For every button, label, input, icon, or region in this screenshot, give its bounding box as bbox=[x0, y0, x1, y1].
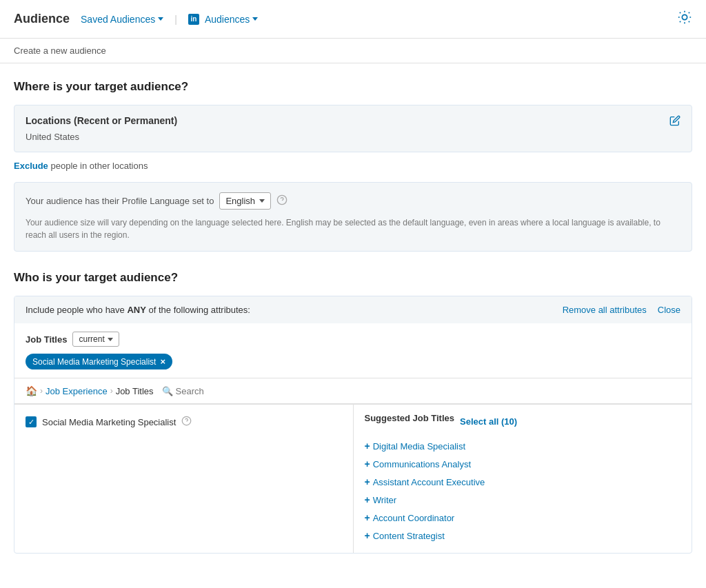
search-icon: 🔍 bbox=[162, 386, 173, 396]
breadcrumb-job-experience[interactable]: Job Experience bbox=[46, 386, 108, 396]
audience-card-header: Include people who have ANY of the follo… bbox=[14, 296, 692, 323]
list-item[interactable]: + Writer bbox=[365, 491, 681, 509]
who-section: Who is your target audience? Include peo… bbox=[14, 271, 692, 554]
list-item[interactable]: + Account Coordinator bbox=[365, 509, 681, 527]
suggested-title: Suggested Job Titles bbox=[365, 413, 455, 423]
include-bold: ANY bbox=[127, 305, 145, 315]
suggested-item-label-5: Account Coordinator bbox=[373, 513, 455, 523]
plus-icon-1: + bbox=[365, 440, 370, 452]
page-header: Audience Saved Audiences | in Audiences bbox=[0, 0, 706, 39]
plus-icon-4: + bbox=[365, 494, 370, 505]
job-titles-row: Job Titles current bbox=[26, 332, 680, 347]
results-pane: ✓ Social Media Marketing Specialist bbox=[14, 404, 692, 553]
main-content: Where is your target audience? Locations… bbox=[0, 63, 706, 570]
edit-location-icon[interactable] bbox=[669, 115, 680, 129]
linkedin-icon: in bbox=[188, 14, 199, 25]
home-icon[interactable]: 🏠 bbox=[26, 385, 37, 396]
job-title-tag[interactable]: Social Media Marketing Specialist × bbox=[26, 354, 172, 369]
result-label: Social Media Marketing Specialist bbox=[42, 417, 176, 427]
location-card: Locations (Recent or Permanent) United S… bbox=[14, 105, 692, 152]
left-pane: ✓ Social Media Marketing Specialist bbox=[14, 405, 354, 553]
page-title: Audience bbox=[14, 12, 70, 26]
where-section-title: Where is your target audience? bbox=[14, 80, 692, 94]
tag-label: Social Media Marketing Specialist bbox=[32, 357, 156, 367]
svg-line-7 bbox=[680, 21, 680, 22]
breadcrumb-sep-1: › bbox=[40, 386, 43, 396]
close-link[interactable]: Close bbox=[658, 305, 680, 315]
suggested-item-label-6: Content Strategist bbox=[373, 531, 445, 541]
plus-icon-5: + bbox=[365, 512, 370, 523]
audiences-chevron-icon bbox=[252, 17, 258, 21]
svg-line-3 bbox=[680, 12, 680, 13]
svg-line-8 bbox=[689, 12, 689, 13]
list-item[interactable]: + Assistant Account Executive bbox=[365, 473, 681, 491]
sub-header: Create a new audience bbox=[0, 39, 706, 63]
saved-audiences-nav[interactable]: Saved Audiences bbox=[81, 14, 163, 25]
audiences-label: Audiences bbox=[205, 14, 250, 25]
audience-card-actions: Remove all attributes Close bbox=[563, 305, 680, 315]
language-chevron-icon bbox=[259, 199, 265, 203]
plus-icon-3: + bbox=[365, 476, 370, 487]
svg-line-4 bbox=[689, 21, 689, 22]
language-card: Your audience has their Profile Language… bbox=[14, 182, 692, 252]
location-card-title: Locations (Recent or Permanent) bbox=[26, 115, 680, 126]
audience-attributes-card: Include people who have ANY of the follo… bbox=[14, 296, 692, 554]
checkbox-checked-icon[interactable]: ✓ bbox=[26, 416, 37, 427]
include-pre: Include people who have bbox=[26, 305, 127, 315]
breadcrumb-bar: 🏠 › Job Experience › Job Titles 🔍 bbox=[14, 378, 692, 404]
current-dropdown[interactable]: current bbox=[72, 332, 119, 347]
plus-icon-6: + bbox=[365, 530, 370, 541]
who-section-title: Who is your target audience? bbox=[14, 271, 692, 285]
exclude-row: Exclude people in other locations bbox=[14, 161, 692, 171]
audience-card-body: Job Titles current Social Media Marketin… bbox=[14, 323, 692, 378]
language-note: Your audience size will vary depending o… bbox=[26, 216, 680, 241]
suggested-item-label-2: Communications Analyst bbox=[373, 459, 471, 469]
include-post: of the following attributes: bbox=[149, 305, 250, 315]
remove-all-link[interactable]: Remove all attributes bbox=[563, 305, 647, 315]
result-item: ✓ Social Media Marketing Specialist bbox=[26, 413, 342, 431]
result-help-icon[interactable] bbox=[181, 416, 192, 428]
language-select[interactable]: English bbox=[219, 192, 271, 210]
nav-separator: | bbox=[174, 14, 177, 25]
language-help-icon[interactable] bbox=[276, 194, 288, 207]
language-row: Your audience has their Profile Language… bbox=[26, 192, 680, 210]
right-pane: Suggested Job Titles Select all (10) + D… bbox=[354, 405, 692, 553]
suggested-item-label-3: Assistant Account Executive bbox=[373, 477, 485, 487]
search-input[interactable] bbox=[176, 386, 259, 396]
saved-audiences-chevron-icon bbox=[158, 17, 163, 21]
tag-close-icon[interactable]: × bbox=[160, 356, 165, 367]
breadcrumb-job-titles: Job Titles bbox=[116, 386, 154, 396]
suggested-items-list: + Digital Media Specialist + Communicati… bbox=[365, 437, 681, 545]
list-item[interactable]: + Content Strategist bbox=[365, 527, 681, 545]
include-text: Include people who have ANY of the follo… bbox=[26, 305, 250, 315]
audiences-nav[interactable]: in Audiences bbox=[188, 14, 258, 25]
job-titles-label: Job Titles bbox=[26, 334, 67, 345]
suggested-item-label-1: Digital Media Specialist bbox=[373, 441, 465, 452]
lightbulb-icon[interactable] bbox=[677, 10, 692, 28]
suggested-item-label-4: Writer bbox=[373, 495, 396, 505]
svg-point-0 bbox=[682, 14, 687, 19]
saved-audiences-label: Saved Audiences bbox=[81, 14, 155, 25]
exclude-link[interactable]: Exclude bbox=[14, 161, 48, 171]
tag-row: Social Media Marketing Specialist × bbox=[26, 354, 680, 369]
location-value: United States bbox=[26, 132, 680, 142]
language-prefix: Your audience has their Profile Language… bbox=[26, 196, 214, 206]
create-audience-text: Create a new audience bbox=[14, 45, 106, 56]
select-all-link[interactable]: Select all (10) bbox=[460, 416, 517, 427]
search-input-wrap: 🔍 bbox=[162, 386, 259, 396]
current-dropdown-chevron-icon bbox=[108, 338, 113, 341]
language-value: English bbox=[225, 196, 255, 206]
list-item[interactable]: + Digital Media Specialist bbox=[365, 437, 681, 455]
current-dropdown-label: current bbox=[79, 334, 104, 344]
list-item[interactable]: + Communications Analyst bbox=[365, 455, 681, 473]
breadcrumb-sep-2: › bbox=[110, 386, 113, 396]
plus-icon-2: + bbox=[365, 458, 370, 469]
